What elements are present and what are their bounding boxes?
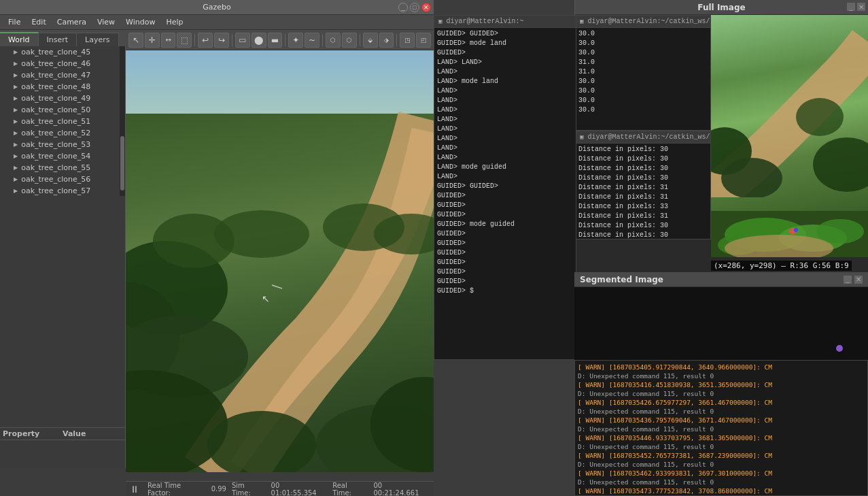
t1-line-2: 30.0 — [578, 48, 708, 58]
warn-9: D: Unexpected command 115, result 0 — [578, 442, 865, 451]
separator-5 — [360, 34, 360, 46]
separator-3 — [285, 34, 285, 46]
t1-line-4: 31.0 — [578, 67, 708, 77]
t3-line-5: LAND> mode land — [437, 77, 573, 86]
tree-item-49[interactable]: ▶oak_tree_clone_49 — [0, 93, 125, 104]
tree-item-56[interactable]: ▶oak_tree_clone_56 — [0, 173, 125, 185]
viewport-svg: ↖ — [126, 50, 434, 472]
separator-6 — [396, 34, 397, 46]
menu-help[interactable]: Help — [160, 16, 188, 28]
tab-layers[interactable]: Layers — [77, 33, 118, 46]
t1-line-5: 30.0 — [578, 77, 708, 86]
tree-item-53[interactable]: ▶oak_tree_clone_53 — [0, 139, 125, 150]
viewport-3d[interactable]: ↖ — [126, 50, 434, 472]
t1-line-0: 30.0 — [578, 29, 708, 39]
tree-item-45[interactable]: ▶oak_tree_clone_45 — [0, 46, 125, 58]
property-col-header: Property — [3, 429, 63, 438]
tree-item-46[interactable]: ▶oak_tree_clone_46 — [0, 58, 125, 69]
menu-edit[interactable]: Edit — [26, 16, 51, 28]
t2-line-9: Distance in pixels: 30 — [578, 231, 708, 239]
t1-line-8: 30.0 — [578, 105, 708, 115]
tree-item-47[interactable]: ▶oak_tree_clone_47 — [0, 69, 125, 81]
t3-line-25: GUIDED> — [437, 267, 573, 277]
t2-line-5: Distance in pixels: 31 — [578, 193, 708, 202]
t3-line-7: LAND> — [437, 96, 573, 105]
terminal-2-title: ▣ diyar@MatterAlvin:~/catkin_ws/src — [576, 131, 710, 144]
gazebo-window-controls: _ □ ✕ — [398, 3, 431, 12]
full-image-panel: Full Image _ ✕ ▣ diyar@MatterAlvin:~/cat… — [574, 0, 868, 272]
tool-terrain[interactable]: ~ — [305, 33, 319, 48]
left-panel-scrollbar[interactable] — [120, 46, 125, 196]
warn-12: [ WARN] [1687035462.933993831, 3697.3010… — [578, 469, 865, 478]
gazebo-title: Gazebo — [203, 3, 231, 12]
t3-line-1: GUIDED> mode land — [437, 39, 573, 48]
separator-4 — [322, 34, 323, 46]
warning-terminal: [ WARN] [1687035405.917290844, 3640.9660… — [574, 360, 868, 496]
menu-camera[interactable]: Camera — [52, 16, 92, 28]
tree-item-54[interactable]: ▶oak_tree_clone_54 — [0, 150, 125, 162]
t3-line-21: GUIDED> — [437, 229, 573, 239]
t3-line-20: GUIDED> mode guided — [437, 220, 573, 229]
t3-line-2: GUIDED> — [437, 48, 573, 58]
terminal-3: ▣ diyar@MatterAlvin:~ GUIDED> GUIDED> GU… — [434, 15, 576, 360]
tool-mesh[interactable]: ⬡ — [326, 33, 341, 48]
warn-8: [ WARN] [1687035446.933703795, 3681.3650… — [578, 433, 865, 442]
tool-cam1[interactable]: ⬙ — [363, 33, 378, 48]
tool-scale[interactable]: ⬚ — [177, 33, 192, 48]
tool-rotate[interactable]: ↔ — [161, 33, 176, 48]
maximize-button[interactable]: □ — [410, 3, 419, 12]
t3-line-15: LAND> — [437, 172, 573, 182]
t3-line-8: LAND> — [437, 105, 573, 115]
tool-cylinder[interactable]: ▬ — [268, 33, 283, 48]
t1-line-6: 30.0 — [578, 86, 708, 96]
tool-cam2[interactable]: ⬗ — [379, 33, 394, 48]
tree-item-51[interactable]: ▶oak_tree_clone_51 — [0, 116, 125, 127]
t3-line-16: GUIDED> GUIDED> — [437, 182, 573, 191]
t3-line-19: GUIDED> — [437, 210, 573, 220]
tree-item-48[interactable]: ▶oak_tree_clone_48 — [0, 81, 125, 93]
tree-item-52[interactable]: ▶oak_tree_clone_52 — [0, 127, 125, 139]
tree-item-57[interactable]: ▶oak_tree_clone_57 — [0, 185, 125, 196]
tool-redo[interactable]: ↪ — [214, 33, 229, 48]
tree-item-55[interactable]: ▶oak_tree_clone_55 — [0, 162, 125, 173]
segmented-image-controls: _ ✕ — [844, 276, 863, 284]
tree-item-50[interactable]: ▶oak_tree_clone_50 — [0, 104, 125, 116]
menu-view[interactable]: View — [92, 16, 120, 28]
menu-file[interactable]: File — [3, 16, 26, 28]
terminal-2: ▣ diyar@MatterAlvin:~/catkin_ws/src Dist… — [575, 131, 711, 239]
tab-world[interactable]: World — [0, 32, 39, 46]
status-bar: ⏸ Real Time Factor: 0.99 Sim Time: 00 01… — [126, 481, 434, 496]
t1-line-7: 30.0 — [578, 96, 708, 105]
full-image-pixel-info: (x=286, y=298) — R:36 G:56 B:9 — [711, 261, 852, 271]
minimize-button[interactable]: _ — [398, 3, 408, 12]
warning-terminal-content: [ WARN] [1687035405.917290844, 3640.9660… — [575, 361, 867, 495]
segmented-minimize[interactable]: _ — [844, 276, 852, 284]
t3-line-26: GUIDED> — [437, 277, 573, 286]
tool-sphere[interactable]: ⬤ — [251, 33, 266, 48]
real-time-factor-label: Real Time Factor: — [147, 482, 206, 497]
segmented-close[interactable]: ✕ — [854, 276, 863, 284]
tool-undo[interactable]: ↩ — [198, 33, 213, 48]
tool-translate[interactable]: ✛ — [145, 33, 160, 48]
tab-insert[interactable]: Insert — [39, 33, 77, 46]
close-button[interactable]: ✕ — [421, 3, 431, 12]
full-image-minimize[interactable]: _ — [847, 3, 855, 11]
t3-line-9: LAND> — [437, 115, 573, 125]
svg-point-21 — [816, 219, 864, 244]
segmented-image-title: Segmented Image _ ✕ — [574, 272, 868, 287]
full-image-close[interactable]: ✕ — [857, 3, 865, 11]
t3-line-22: GUIDED> — [437, 239, 573, 248]
terminal-1-content: 30.0 30.0 30.0 31.0 31.0 30.0 30.0 30.0 … — [576, 28, 710, 116]
tool-model[interactable]: ⬡ — [342, 33, 357, 48]
menu-window[interactable]: Window — [120, 16, 160, 28]
pause-button[interactable]: ⏸ — [130, 484, 139, 495]
value-col-header: Value — [63, 429, 122, 438]
t3-line-13: LAND> — [437, 153, 573, 163]
tool-box[interactable]: ▭ — [235, 33, 250, 48]
tool-select[interactable]: ↖ — [128, 33, 143, 48]
menu-bar: File Edit Camera View Window Help — [0, 15, 434, 30]
tool-snap[interactable]: ◰ — [416, 33, 431, 48]
tool-align[interactable]: ◳ — [400, 33, 415, 48]
tool-sun[interactable]: ✦ — [288, 33, 303, 48]
t3-line-11: LAND> — [437, 134, 573, 144]
